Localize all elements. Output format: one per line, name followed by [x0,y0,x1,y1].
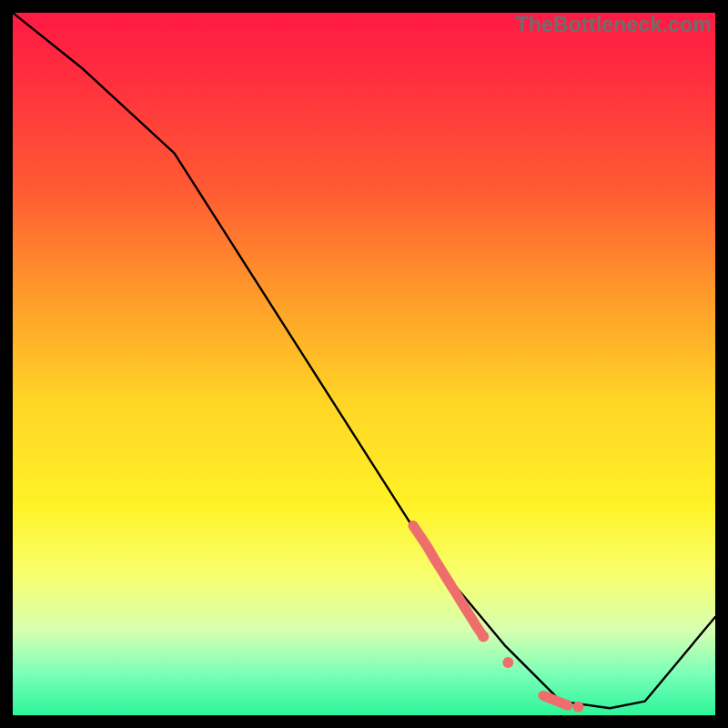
highlight-segment-cap [478,632,489,642]
plot-area: TheBottleneck.com [13,13,715,715]
chart-svg [13,13,715,715]
bottleneck-curve-path [13,13,715,708]
bottleneck-curve [13,13,715,708]
highlight-low-segment [543,695,568,705]
highlight-dot-mid [502,657,513,668]
highlight-segment-cap [410,521,418,530]
highlight-markers [410,521,584,713]
highlight-segment [413,526,483,637]
chart-frame: TheBottleneck.com [13,13,715,715]
highlight-low-dot [573,702,584,713]
watermark-text: TheBottleneck.com [515,13,712,37]
